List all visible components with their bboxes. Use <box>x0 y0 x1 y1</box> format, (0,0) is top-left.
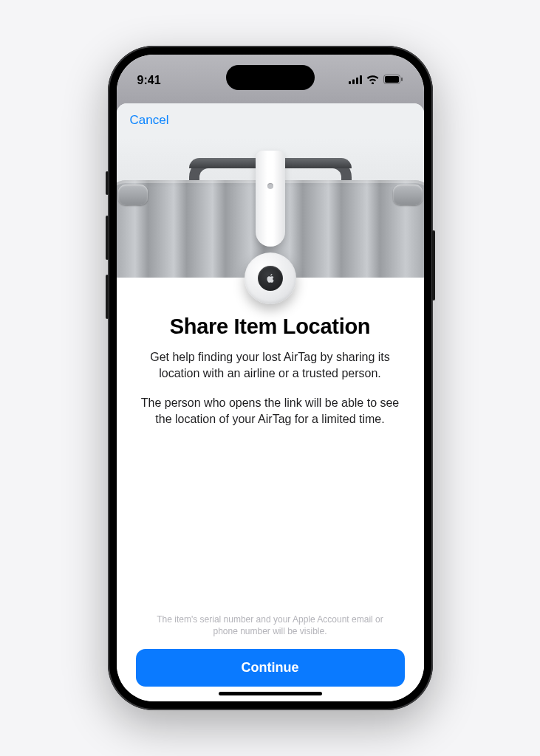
page-title: Share Item Location <box>136 315 405 339</box>
sheet-content: Share Item Location Get help finding you… <box>117 278 424 701</box>
continue-button[interactable]: Continue <box>136 649 405 687</box>
svg-rect-1 <box>352 80 355 85</box>
svg-rect-6 <box>401 78 403 81</box>
share-location-sheet: Cancel Share Item Location Get help find… <box>117 103 424 701</box>
svg-rect-2 <box>356 78 358 84</box>
cellular-signal-icon <box>349 74 362 87</box>
luggage-corner-right <box>393 185 423 205</box>
screen: 9:41 Cancel <box>117 55 424 701</box>
battery-icon <box>383 74 403 87</box>
wifi-icon <box>366 74 379 87</box>
hero-illustration <box>117 137 424 278</box>
airtag-strap <box>256 151 285 247</box>
svg-rect-0 <box>349 81 351 84</box>
mute-switch <box>106 171 109 195</box>
svg-rect-5 <box>385 76 399 83</box>
side-button <box>432 230 435 300</box>
svg-rect-3 <box>360 75 362 84</box>
luggage-corner-left <box>118 185 148 205</box>
apple-logo-icon <box>267 274 274 283</box>
description-paragraph-1: Get help finding your lost AirTag by sha… <box>136 349 405 382</box>
description-paragraph-2: The person who opens the link will be ab… <box>136 395 405 427</box>
footnote-text: The item's serial number and your Apple … <box>136 614 405 637</box>
airtag-icon <box>245 252 296 304</box>
cancel-button[interactable]: Cancel <box>130 110 169 131</box>
sheet-header: Cancel <box>117 103 424 137</box>
volume-down-button <box>106 275 109 319</box>
dynamic-island <box>226 65 315 90</box>
status-time: 9:41 <box>137 74 161 87</box>
iphone-device-frame: 9:41 Cancel <box>108 46 433 710</box>
volume-up-button <box>106 216 109 260</box>
home-indicator[interactable] <box>219 692 322 695</box>
